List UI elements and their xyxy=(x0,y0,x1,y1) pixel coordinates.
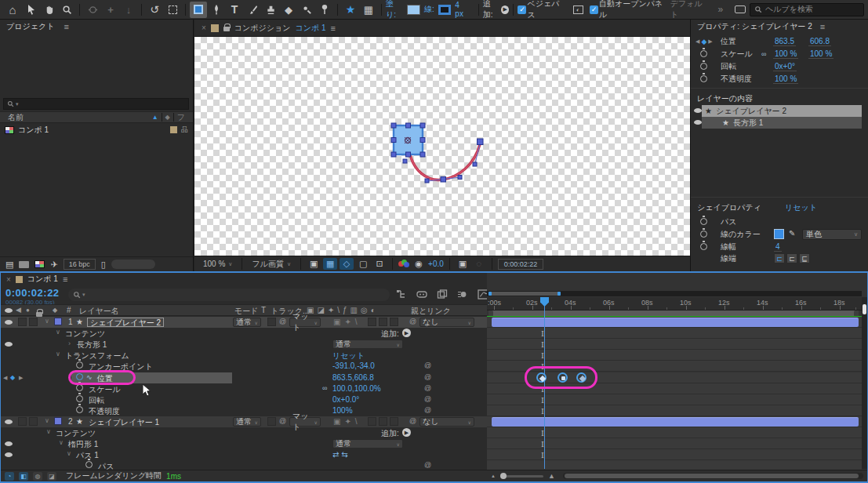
pickwhip-icon[interactable]: @ xyxy=(424,361,431,369)
zoom-out-mountain-icon[interactable]: ▲ xyxy=(491,474,496,478)
eye-icon[interactable] xyxy=(5,452,13,457)
hand-tool[interactable] xyxy=(40,2,57,18)
layer-color-swatch[interactable] xyxy=(54,318,62,325)
pan-behind-tool[interactable] xyxy=(164,2,181,18)
switch-cell[interactable] xyxy=(390,318,398,326)
properties-panel-menu-icon[interactable]: ≡ xyxy=(820,22,825,31)
eye-icon[interactable] xyxy=(5,441,13,446)
keyframe-diamond-icon[interactable]: ◆ xyxy=(10,374,15,381)
transparency-grid-icon[interactable]: ▦ xyxy=(360,2,377,18)
expand-chevron-icon[interactable]: ∨ xyxy=(45,318,49,325)
mode-column-header[interactable]: モード xyxy=(234,306,258,317)
stroke-color-swatch[interactable] xyxy=(438,5,452,15)
add-menu-icon[interactable]: ▶ xyxy=(402,329,411,337)
stroke-size[interactable]: 4 px xyxy=(455,1,469,18)
project-item-comp1[interactable]: コンポ 1 品 xyxy=(0,124,193,136)
workspace-selector[interactable]: デフォルト xyxy=(670,0,710,20)
project-search-input[interactable]: ▾ xyxy=(3,98,189,110)
track-row[interactable] xyxy=(487,317,862,328)
timeline-horizontal-scrollbar[interactable] xyxy=(563,473,863,479)
zoom-level-dropdown[interactable]: 100 %∨ xyxy=(199,258,236,270)
prop-value[interactable]: 0x+0.0° xyxy=(332,395,359,404)
fill-color-swatch[interactable] xyxy=(407,5,420,15)
prop-label[interactable]: 不透明度 xyxy=(89,406,120,417)
guides-icon[interactable]: ▢ xyxy=(356,258,370,270)
blend-mode-dropdown[interactable]: 通常∨ xyxy=(233,318,261,327)
crop-icon[interactable]: ⊡ xyxy=(372,258,387,270)
show-snapshot-icon[interactable]: ◌ xyxy=(472,258,486,270)
parent-dropdown[interactable]: なし∨ xyxy=(419,417,474,427)
shape-group-row-ellipse1[interactable]: ∨ 楕円形 1 通常∨ xyxy=(1,438,487,449)
region-of-interest-icon[interactable]: ▣ xyxy=(307,258,321,270)
shape-layer-star-icon[interactable]: ★ xyxy=(342,2,359,18)
pickwhip-icon[interactable]: @ xyxy=(279,318,286,325)
layer-row-2[interactable]: ∨ 2 ★ シェイプレイヤー 1 通常∨ @ マット∨ ▣✦\ @ なし∨ xyxy=(1,416,487,427)
opacity-value[interactable]: 100 % xyxy=(773,74,798,84)
pickwhip-icon[interactable]: @ xyxy=(279,417,286,425)
prop-value[interactable]: -391.0,-34.0 xyxy=(332,361,375,370)
track-matte-cell[interactable] xyxy=(267,318,276,326)
adjust-icon[interactable]: ✈ xyxy=(50,260,57,269)
close-tab-icon[interactable]: × xyxy=(6,275,11,284)
label-column-icon[interactable]: ◆ xyxy=(165,114,170,121)
project-panel-menu-icon[interactable]: ≡ xyxy=(64,22,68,31)
solo-cell[interactable] xyxy=(18,417,27,426)
eye-icon[interactable] xyxy=(5,320,13,325)
blend-mode-dropdown[interactable]: 通常∨ xyxy=(233,417,261,427)
name-column-header[interactable]: 名前 xyxy=(8,112,24,123)
parent-pickwhip-icon[interactable]: @ xyxy=(409,318,416,325)
group-label[interactable]: コンテンツ xyxy=(65,329,105,340)
viewer-timecode[interactable]: 0:00:02:22 xyxy=(498,259,544,270)
dolly-camera-tool[interactable]: ↓ xyxy=(120,2,137,18)
timeline-panel-menu-icon[interactable]: ≡ xyxy=(63,274,67,284)
shy-layers-icon[interactable] xyxy=(416,289,427,300)
prop-label[interactable]: 回転 xyxy=(89,395,104,406)
link-icon[interactable]: ∞ xyxy=(322,384,327,392)
text-tool[interactable]: T xyxy=(226,2,243,18)
selection-tool[interactable] xyxy=(22,2,39,18)
expand-chevron-icon[interactable]: ∨ xyxy=(56,350,60,358)
expand-chevron-icon[interactable]: ∨ xyxy=(56,329,60,336)
switch-cell[interactable] xyxy=(368,318,376,326)
pan-camera-tool[interactable]: + xyxy=(102,2,119,18)
stopwatch-icon[interactable] xyxy=(85,461,93,468)
stopwatch-icon[interactable] xyxy=(700,63,707,70)
type-column-header[interactable]: フ xyxy=(177,112,185,123)
parent-dropdown[interactable]: なし∨ xyxy=(419,318,474,327)
layer-switches[interactable]: ▣✦\ xyxy=(333,417,361,426)
prop-value[interactable]: 100% xyxy=(332,406,353,415)
comp-label-swatch[interactable] xyxy=(211,24,219,32)
label-column-icon[interactable]: ◆ xyxy=(53,307,57,314)
rotation-value[interactable]: 0x+0° xyxy=(773,62,797,71)
switch-cell[interactable] xyxy=(368,417,376,426)
workspace-icon[interactable] xyxy=(732,2,749,18)
next-keyframe-icon[interactable]: ▶ xyxy=(708,38,712,45)
parent-link-column-header[interactable]: 親とリンク xyxy=(411,306,451,317)
interpret-footage-icon[interactable]: ▤ xyxy=(5,260,13,269)
stroke-mode-dropdown[interactable]: 単色∨ xyxy=(802,229,862,240)
eyedropper-icon[interactable]: ✎ xyxy=(789,229,795,238)
round-cap-button[interactable]: ⊏ xyxy=(786,253,797,263)
timeline-horizontal-navigator[interactable] xyxy=(487,291,862,296)
puppet-pin-tool[interactable] xyxy=(316,2,333,18)
eye-icon[interactable] xyxy=(5,419,13,424)
draft-3d-icon[interactable]: ◧ xyxy=(19,472,28,481)
prev-keyframe-icon[interactable]: ◀ xyxy=(695,38,699,45)
stopwatch-icon[interactable] xyxy=(700,75,707,82)
expand-chevron-icon[interactable]: ∨ xyxy=(45,417,49,424)
layer-color-swatch[interactable] xyxy=(54,417,62,425)
pickwhip-icon[interactable]: @ xyxy=(424,373,431,381)
close-tab-icon[interactable]: × xyxy=(202,24,206,32)
expand-chevron-icon[interactable]: ∨ xyxy=(46,428,51,435)
flowchart-icon[interactable]: 品 xyxy=(181,125,188,135)
track-matte-dropdown[interactable]: マット∨ xyxy=(289,318,321,327)
snapshot-camera-icon[interactable]: ▣ xyxy=(456,258,470,270)
layer-name-column-header[interactable]: レイヤー名 xyxy=(79,306,119,317)
path-direction-icons[interactable]: ⇄ ⇆ xyxy=(332,450,348,459)
layer-duration-bar-1[interactable] xyxy=(492,318,859,327)
group-label[interactable]: トランスフォーム xyxy=(65,350,129,361)
switch-cell[interactable] xyxy=(390,417,398,426)
number-column-header[interactable]: # xyxy=(67,306,71,314)
mask-options-icon[interactable]: ◐ xyxy=(569,2,587,18)
trkmat-t-column-header[interactable]: T xyxy=(261,306,266,314)
